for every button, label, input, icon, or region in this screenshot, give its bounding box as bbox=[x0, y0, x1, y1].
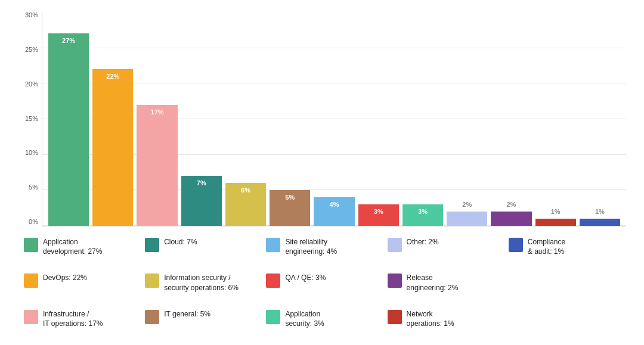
bar-label-sre: 4% bbox=[330, 201, 339, 208]
legend-color-appsec bbox=[266, 310, 280, 324]
bar-group-appsec: 3% bbox=[402, 12, 443, 226]
legend-text-itgeneral: IT general: 5% bbox=[164, 309, 210, 319]
legend-color-devops bbox=[24, 273, 38, 288]
bar-cloud: 7% bbox=[181, 176, 222, 226]
bar-group-other: 2% bbox=[447, 12, 487, 226]
legend-item-netops: Network operations: 1% bbox=[388, 309, 499, 339]
legend-item-infosec: Information security / security operatio… bbox=[145, 273, 256, 303]
legend-text-infra: Infrastructure / IT operations: 17% bbox=[43, 309, 103, 328]
bar-label-devops: 22% bbox=[106, 73, 119, 80]
bar-infra: 17% bbox=[137, 105, 177, 226]
y-axis-label: 25% bbox=[18, 46, 42, 53]
legend-color-infosec bbox=[145, 273, 159, 288]
bar-label-netops: 1% bbox=[551, 208, 561, 215]
y-axis-label: 0% bbox=[18, 219, 42, 225]
legend-color-itgeneral bbox=[145, 310, 159, 324]
bar-appsec: 3% bbox=[402, 204, 443, 226]
bar-label-cloud: 7% bbox=[197, 179, 206, 187]
chart-area: 0%5%10%15%20%25%30% 27%22%17%7%6%5%4%3%3… bbox=[18, 12, 626, 226]
bar-group-sre: 4% bbox=[314, 12, 354, 226]
legend-text-release: Release engineering: 2% bbox=[407, 273, 459, 292]
legend-text-devops: DevOps: 22% bbox=[43, 273, 87, 282]
y-axis-label: 10% bbox=[18, 150, 42, 156]
legend-color-qaqe bbox=[266, 273, 280, 288]
legend-text-infosec: Information security / security operatio… bbox=[164, 273, 239, 292]
legend-color-sre bbox=[266, 238, 280, 252]
bar-group-netops: 1% bbox=[535, 12, 576, 226]
bar-group-app-dev: 27% bbox=[48, 12, 89, 226]
bar-label-app-dev: 27% bbox=[62, 37, 75, 44]
bar-netops: 1% bbox=[535, 219, 576, 226]
bar-group-qaqe: 3% bbox=[358, 12, 399, 226]
legend-item-itgeneral: IT general: 5% bbox=[145, 309, 256, 339]
legend-item-cloud: Cloud: 7% bbox=[145, 237, 256, 267]
bar-label-appsec: 3% bbox=[418, 208, 428, 215]
bar-other: 2% bbox=[447, 212, 487, 226]
legend-text-appsec: Application security: 3% bbox=[285, 309, 324, 328]
legend-item-qaqe: QA / QE: 3% bbox=[266, 273, 377, 303]
y-axis: 0%5%10%15%20%25%30% bbox=[18, 12, 42, 226]
y-axis-label: 5% bbox=[18, 184, 42, 191]
legend-item-release: Release engineering: 2% bbox=[388, 273, 499, 303]
legend-item-compliance: Compliance & audit: 1% bbox=[509, 237, 620, 267]
legend-item-app-dev: Application development: 27% bbox=[24, 237, 135, 267]
chart-container: 0%5%10%15%20%25%30% 27%22%17%7%6%5%4%3%3… bbox=[0, 0, 644, 345]
bar-label-infosec: 6% bbox=[241, 187, 250, 194]
bar-label-infra: 17% bbox=[151, 108, 164, 116]
bar-group-release: 2% bbox=[491, 12, 531, 226]
bar-infosec: 6% bbox=[225, 183, 266, 226]
bar-compliance: 1% bbox=[580, 219, 620, 226]
legend-color-cloud bbox=[145, 238, 159, 252]
legend-item-other: Other: 2% bbox=[388, 237, 499, 267]
legend-text-netops: Network operations: 1% bbox=[407, 309, 454, 328]
bar-app-dev: 27% bbox=[48, 33, 89, 226]
bar-label-qaqe: 3% bbox=[374, 208, 383, 215]
legend-text-cloud: Cloud: 7% bbox=[164, 237, 197, 247]
legend-text-sre: Site reliability engineering: 4% bbox=[285, 237, 337, 256]
legend-color-app-dev bbox=[24, 238, 38, 252]
bar-group-infosec: 6% bbox=[225, 12, 266, 226]
y-axis-label: 20% bbox=[18, 81, 42, 88]
bar-sre: 4% bbox=[314, 197, 354, 226]
bar-group-devops: 22% bbox=[92, 12, 133, 226]
bar-label-compliance: 1% bbox=[595, 208, 605, 215]
bar-label-other: 2% bbox=[462, 201, 472, 208]
bar-label-release: 2% bbox=[507, 201, 516, 208]
legend-area: Application development: 27%Cloud: 7%Sit… bbox=[18, 237, 626, 339]
bar-release: 2% bbox=[491, 212, 531, 226]
bar-itgeneral: 5% bbox=[270, 190, 310, 226]
legend-color-compliance bbox=[509, 238, 523, 252]
legend-item-empty1 bbox=[509, 273, 620, 303]
legend-text-qaqe: QA / QE: 3% bbox=[285, 273, 326, 282]
bar-qaqe: 3% bbox=[358, 204, 399, 226]
bar-group-itgeneral: 5% bbox=[270, 12, 310, 226]
legend-color-release bbox=[388, 273, 402, 288]
bar-group-cloud: 7% bbox=[181, 12, 222, 226]
bar-group-compliance: 1% bbox=[580, 12, 620, 226]
legend-color-other bbox=[388, 238, 402, 252]
legend-item-infra: Infrastructure / IT operations: 17% bbox=[24, 309, 135, 339]
legend-text-app-dev: Application development: 27% bbox=[43, 237, 102, 256]
legend-color-infra bbox=[24, 310, 38, 324]
bar-devops: 22% bbox=[92, 69, 133, 226]
bars-wrapper: 27%22%17%7%6%5%4%3%3%2%2%1%1% bbox=[42, 12, 626, 226]
legend-item-empty2 bbox=[509, 309, 620, 339]
legend-item-appsec: Application security: 3% bbox=[266, 309, 377, 339]
y-axis-label: 30% bbox=[18, 12, 42, 18]
bar-group-infra: 17% bbox=[137, 12, 177, 226]
bars-area: 27%22%17%7%6%5%4%3%3%2%2%1%1% bbox=[42, 12, 626, 226]
bar-label-itgeneral: 5% bbox=[285, 194, 295, 201]
y-axis-label: 15% bbox=[18, 116, 42, 122]
legend-text-other: Other: 2% bbox=[407, 237, 439, 247]
legend-color-netops bbox=[388, 310, 402, 324]
legend-item-sre: Site reliability engineering: 4% bbox=[266, 237, 377, 267]
legend-text-compliance: Compliance & audit: 1% bbox=[528, 237, 565, 256]
legend-item-devops: DevOps: 22% bbox=[24, 273, 135, 303]
